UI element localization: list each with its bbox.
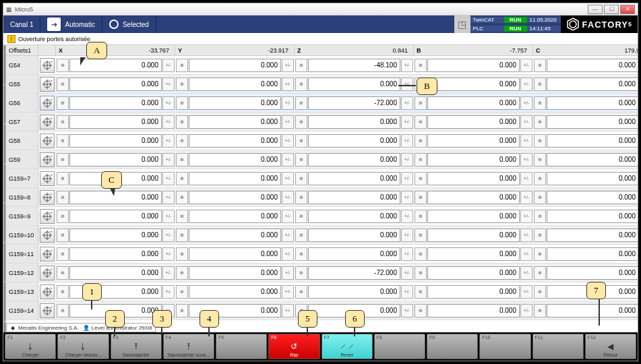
axis-adjust-button[interactable]: +/- <box>282 134 294 148</box>
axis-adjust-button[interactable]: +/- <box>401 153 413 166</box>
axis-adjust-button[interactable]: +/- <box>282 229 294 242</box>
axis-target-icon[interactable]: ⊕ <box>176 210 188 223</box>
axis-target-icon[interactable]: ⊕ <box>534 153 546 166</box>
axis-target-icon[interactable]: ⊕ <box>57 285 69 299</box>
axis-target-icon[interactable]: ⊕ <box>295 96 307 110</box>
axis-target-icon[interactable]: ⊕ <box>295 153 307 166</box>
axis-adjust-button[interactable]: +/- <box>282 172 294 185</box>
offset-row[interactable]: G159=14→ ⊕ +/- ⊕ +/- ⊕ +/- ⊕ +/- ⊕ +/- <box>6 301 638 320</box>
offset-value-input[interactable] <box>427 229 520 242</box>
offset-value-input[interactable] <box>427 210 520 223</box>
axis-target-icon[interactable]: ⊕ <box>415 210 427 223</box>
axis-target-icon[interactable]: ⊕ <box>415 266 427 280</box>
offset-value-input[interactable] <box>427 266 520 280</box>
offset-value-input[interactable] <box>69 266 162 280</box>
axis-target-icon[interactable]: ⊕ <box>295 210 307 223</box>
axis-target-icon[interactable]: ⊕ <box>176 247 188 261</box>
offset-value-input[interactable] <box>547 247 638 261</box>
axis-adjust-button[interactable]: +/- <box>520 78 532 91</box>
axis-target-icon[interactable]: ⊕ <box>415 247 427 261</box>
axis-target-icon[interactable]: ⊕ <box>295 172 307 185</box>
row-set-button[interactable]: → <box>40 58 55 73</box>
fkey-f8[interactable]: F8 <box>374 334 425 359</box>
row-set-button[interactable]: → <box>40 96 55 111</box>
axis-target-icon[interactable]: ⊕ <box>415 115 427 129</box>
offset-row[interactable]: G57→ ⊕ +/- ⊕ +/- ⊕ +/- ⊕ +/- ⊕ +/- <box>6 113 638 131</box>
axis-target-icon[interactable]: ⊕ <box>415 172 427 185</box>
row-set-button[interactable]: → <box>40 266 55 280</box>
axis-target-icon[interactable]: ⊕ <box>534 285 546 299</box>
side-button-l6[interactable] <box>4 243 5 282</box>
axis-adjust-button[interactable]: +/- <box>401 78 413 91</box>
offset-value-input[interactable] <box>308 191 400 204</box>
axis-target-icon[interactable]: ⊕ <box>415 134 427 148</box>
offset-value-input[interactable] <box>69 247 162 261</box>
axis-target-icon[interactable]: ⊕ <box>534 172 546 185</box>
row-set-button[interactable]: → <box>40 190 55 205</box>
offset-row[interactable]: G55→ ⊕ +/- ⊕ +/- ⊕ +/- ⊕ +/- ⊕ +/- <box>6 75 638 94</box>
fkey-f3[interactable]: F3 ⭱ Sauvegarder <box>111 334 162 359</box>
axis-adjust-button[interactable]: +/- <box>401 191 413 204</box>
axis-target-icon[interactable]: ⊕ <box>176 285 188 299</box>
axis-target-icon[interactable]: ⊕ <box>295 115 307 129</box>
offset-row[interactable]: G56→ ⊕ +/- ⊕ +/- ⊕ +/- ⊕ +/- ⊕ +/- <box>6 94 638 113</box>
offset-value-input[interactable] <box>308 210 400 223</box>
axis-target-icon[interactable]: ⊕ <box>57 191 69 204</box>
axis-target-icon[interactable]: ⊕ <box>57 59 69 72</box>
offset-value-input[interactable] <box>189 115 281 129</box>
axis-adjust-button[interactable]: +/- <box>162 191 175 204</box>
axis-target-icon[interactable]: ⊕ <box>176 266 188 280</box>
offset-value-input[interactable] <box>427 285 520 299</box>
axis-adjust-button[interactable]: +/- <box>282 115 294 129</box>
axis-adjust-button[interactable]: +/- <box>520 210 532 223</box>
offset-value-input[interactable] <box>427 191 520 204</box>
offset-value-input[interactable] <box>427 247 520 261</box>
mode-segment[interactable]: ➔ Automatic <box>40 16 102 33</box>
offset-value-input[interactable] <box>69 78 162 91</box>
axis-adjust-button[interactable]: +/- <box>282 285 294 299</box>
offset-value-input[interactable] <box>308 266 400 280</box>
offset-value-input[interactable] <box>308 229 400 242</box>
offset-value-input[interactable] <box>427 134 520 148</box>
axis-target-icon[interactable]: ⊕ <box>534 115 546 129</box>
offset-value-input[interactable] <box>189 266 281 280</box>
close-button[interactable]: ✕ <box>620 5 635 14</box>
offset-row[interactable]: G159=8→ ⊕ +/- ⊕ +/- ⊕ +/- ⊕ +/- ⊕ +/- <box>6 188 638 207</box>
axis-adjust-button[interactable]: +/- <box>520 153 532 166</box>
offset-value-input[interactable] <box>547 153 638 166</box>
offset-value-input[interactable] <box>308 134 400 148</box>
axis-target-icon[interactable]: ⊕ <box>176 191 188 204</box>
axis-target-icon[interactable]: ⊕ <box>57 304 69 317</box>
offset-value-input[interactable] <box>308 247 400 261</box>
axis-target-icon[interactable]: ⊕ <box>295 285 307 299</box>
offset-value-input[interactable] <box>69 191 162 204</box>
fkey-f7[interactable]: F7 ⟋⟋ Reset <box>322 334 373 359</box>
side-button-l3[interactable] <box>4 125 5 163</box>
offset-value-input[interactable] <box>308 285 400 299</box>
row-set-button[interactable]: → <box>40 133 55 148</box>
offset-value-input[interactable] <box>547 78 638 91</box>
axis-adjust-button[interactable]: +/- <box>520 191 532 204</box>
row-set-button[interactable]: → <box>40 247 55 262</box>
axis-target-icon[interactable]: ⊕ <box>415 153 427 166</box>
axis-target-icon[interactable]: ⊕ <box>176 172 188 185</box>
axis-adjust-button[interactable]: +/- <box>282 210 294 223</box>
axis-adjust-button[interactable]: +/- <box>282 153 294 166</box>
offset-value-input[interactable] <box>189 229 281 242</box>
axis-target-icon[interactable]: ⊕ <box>57 115 69 129</box>
offset-value-input[interactable] <box>547 304 638 317</box>
fkey-f1[interactable]: F1 ⭳ Charger <box>5 334 56 359</box>
offset-value-input[interactable] <box>547 134 638 148</box>
offset-value-input[interactable] <box>69 134 162 148</box>
axis-adjust-button[interactable]: +/- <box>162 210 175 223</box>
offset-value-input[interactable] <box>547 229 638 242</box>
axis-adjust-button[interactable]: +/- <box>282 247 294 261</box>
axis-adjust-button[interactable]: +/- <box>162 78 175 91</box>
side-button-l7[interactable] <box>4 282 5 321</box>
axis-adjust-button[interactable]: +/- <box>401 210 413 223</box>
axis-adjust-button[interactable]: +/- <box>162 266 175 280</box>
side-button-l5[interactable] <box>4 204 5 242</box>
offset-row[interactable]: G159=12→ ⊕ +/- ⊕ +/- ⊕ +/- ⊕ +/- ⊕ +/- <box>6 264 638 282</box>
axis-adjust-button[interactable]: +/- <box>520 172 532 185</box>
axis-target-icon[interactable]: ⊕ <box>295 59 307 72</box>
